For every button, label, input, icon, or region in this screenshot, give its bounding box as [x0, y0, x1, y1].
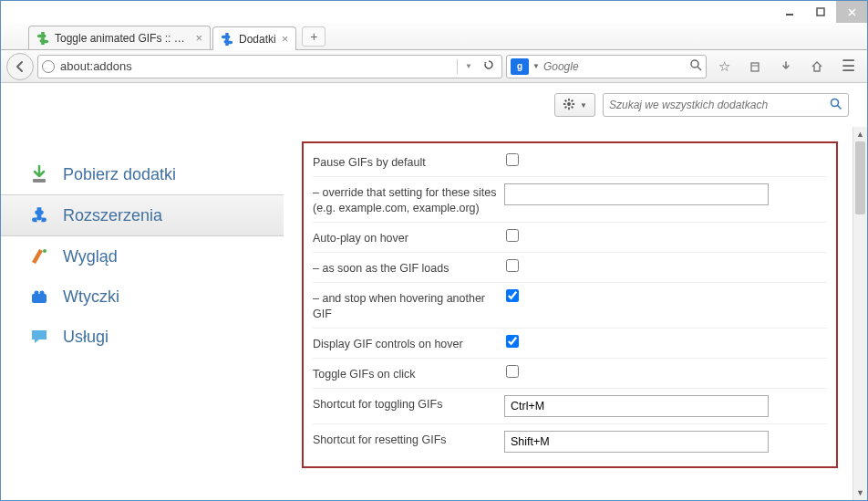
dropdown-icon: ▼ [465, 62, 472, 70]
titlebar [1, 1, 867, 23]
pref-label: Shortcut for resetting GIFs [313, 431, 504, 447]
window-close-button[interactable] [836, 1, 867, 23]
pref-control [504, 431, 827, 453]
scroll-thumb[interactable] [855, 141, 865, 214]
pref-control [504, 395, 827, 417]
download-icon [28, 163, 50, 185]
svg-rect-21 [32, 294, 46, 303]
tab-close-icon[interactable]: × [282, 32, 289, 46]
pref-row: Shortcut for resetting GIFs [313, 424, 827, 459]
tab-close-icon[interactable]: × [195, 31, 202, 45]
pref-label: Auto-play on hover [313, 229, 504, 245]
vertical-scrollbar[interactable]: ▲ ▼ [852, 127, 867, 500]
pref-label: Toggle GIFs on click [313, 365, 504, 381]
pref-text-input[interactable] [504, 431, 769, 453]
sidebar-item-label: Rozszerzenia [63, 206, 162, 225]
dropdown-icon: ▼ [580, 101, 587, 110]
addons-toolbar: ▼ [1, 83, 867, 127]
back-button[interactable] [6, 53, 34, 80]
addons-page: ▼ Pobierz dodatki [1, 83, 867, 500]
downloads-button[interactable] [772, 55, 800, 78]
sidebar-item-label: Wygląd [63, 247, 118, 266]
pref-label: Display GIF controls on hover [313, 335, 504, 351]
addon-detail-pane: Pause GIFs by default– override that set… [284, 127, 867, 500]
url-bar[interactable]: ▼ [37, 55, 502, 78]
scroll-up-button[interactable]: ▲ [853, 127, 867, 141]
sidebar-item-plugins[interactable]: Wtyczki [1, 277, 284, 317]
sidebar-item-extensions[interactable]: Rozszerzenia [1, 194, 284, 236]
search-box[interactable]: g ▼ [506, 55, 707, 78]
addons-sidebar: Pobierz dodatki Rozszerzenia Wygląd [1, 127, 284, 500]
pref-control [504, 365, 827, 378]
home-button[interactable] [803, 55, 831, 78]
window-minimize-button[interactable] [774, 1, 805, 23]
search-go-icon[interactable] [830, 98, 842, 113]
search-go-icon[interactable] [690, 59, 702, 74]
pref-checkbox[interactable] [506, 365, 519, 378]
url-input[interactable] [60, 57, 448, 77]
addons-search-input[interactable] [609, 99, 830, 111]
scroll-down-button[interactable]: ▼ [853, 485, 867, 500]
pref-row: Auto-play on hover [313, 223, 827, 253]
pref-control [504, 153, 827, 166]
tab-strip: Toggle animated GIFs :: Do… × Dodatki × … [1, 23, 867, 50]
pref-checkbox[interactable] [506, 153, 519, 166]
svg-line-5 [698, 67, 701, 70]
sidebar-item-appearance[interactable]: Wygląd [1, 236, 284, 277]
svg-point-23 [40, 291, 45, 296]
dropdown-icon[interactable]: ▼ [532, 62, 540, 70]
pref-label: – override that setting for these sites … [313, 183, 504, 215]
window-maximize-button[interactable] [805, 1, 836, 23]
puzzle-icon [36, 32, 49, 45]
svg-line-15 [565, 106, 567, 108]
svg-rect-0 [786, 14, 793, 16]
svg-point-4 [691, 60, 698, 68]
pref-text-input[interactable] [504, 395, 769, 417]
pref-checkbox[interactable] [506, 335, 519, 348]
browser-window: Toggle animated GIFs :: Do… × Dodatki × … [0, 0, 868, 501]
globe-icon [42, 60, 55, 73]
pref-checkbox[interactable] [506, 259, 519, 272]
search-input[interactable] [543, 60, 687, 73]
pref-row: – and stop when hovering another GIF [313, 283, 827, 329]
pref-label: – and stop when hovering another GIF [313, 289, 504, 321]
library-button[interactable] [741, 55, 769, 78]
svg-rect-6 [751, 63, 759, 71]
addons-search-box[interactable] [603, 93, 849, 117]
pref-label: Pause GIFs by default [313, 153, 504, 170]
new-tab-button[interactable]: + [302, 26, 326, 47]
paintbrush-icon [28, 245, 50, 267]
tab-1[interactable]: Dodatki × [212, 26, 296, 50]
pref-row: Shortcut for toggling GIFs [313, 389, 827, 424]
pref-checkbox[interactable] [506, 289, 519, 302]
pref-row: Toggle GIFs on click [313, 359, 827, 389]
speech-bubble-icon [28, 326, 50, 348]
pref-control [504, 183, 827, 205]
sidebar-item-get-addons[interactable]: Pobierz dodatki [1, 154, 284, 194]
reload-icon [483, 59, 494, 73]
search-engine-icon[interactable]: g [511, 58, 529, 75]
pref-label: – as soon as the GIF loads [313, 259, 504, 276]
tab-title: Toggle animated GIFs :: Do… [55, 32, 190, 45]
pref-row: – override that setting for these sites … [313, 177, 827, 223]
reload-button[interactable]: ▼ [453, 59, 498, 74]
pref-text-input[interactable] [504, 183, 769, 205]
addons-main-row: Pobierz dodatki Rozszerzenia Wygląd [1, 127, 867, 500]
gear-icon [563, 98, 575, 113]
pref-row: Display GIF controls on hover [313, 329, 827, 359]
bookmark-star-button[interactable]: ☆ [710, 55, 738, 78]
pref-control [504, 289, 827, 302]
hamburger-menu-button[interactable]: ☰ [834, 55, 862, 78]
svg-point-17 [832, 99, 839, 106]
svg-line-16 [572, 99, 574, 101]
tab-0[interactable]: Toggle animated GIFs :: Do… × [28, 26, 211, 49]
svg-line-14 [572, 106, 574, 108]
svg-point-22 [35, 291, 39, 296]
svg-line-13 [565, 99, 567, 101]
sidebar-item-services[interactable]: Usługi [1, 317, 284, 357]
pref-checkbox[interactable] [506, 229, 519, 242]
addons-tools-button[interactable]: ▼ [554, 93, 595, 117]
svg-line-18 [838, 105, 842, 109]
nav-toolbar: ▼ g ▼ ☆ ☰ [1, 50, 867, 83]
puzzle-icon [221, 33, 233, 46]
